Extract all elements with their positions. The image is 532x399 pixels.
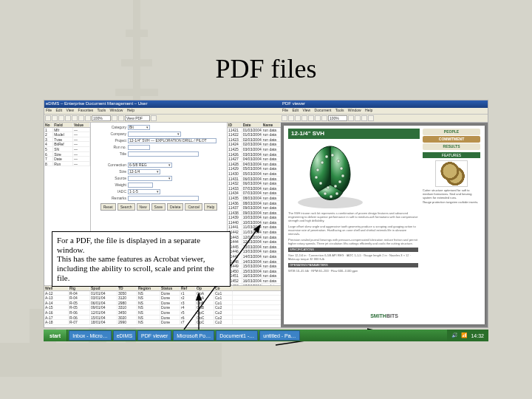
tb-open-icon[interactable] xyxy=(52,115,58,121)
results-grid[interactable]: IDDateName1142101/03/2004run data1142201… xyxy=(227,123,281,285)
tb-new-icon[interactable] xyxy=(45,115,51,121)
menu-item[interactable]: Window xyxy=(110,108,123,112)
remarks-input[interactable] xyxy=(128,196,199,201)
pdf-select-icon[interactable] xyxy=(308,115,314,121)
form-button[interactable]: New xyxy=(137,203,150,211)
pdf-nextpage-icon[interactable] xyxy=(361,115,367,121)
table-row[interactable]: 1145216/03/2004run data xyxy=(228,279,281,284)
table-row[interactable]: 1142402/03/2004run data xyxy=(228,142,281,147)
table-row[interactable]: 1144513/03/2004run data xyxy=(228,245,281,250)
tb-help-icon[interactable] xyxy=(151,115,157,121)
size-select[interactable]: 12-1/4 xyxy=(128,169,160,174)
pdf-print-icon[interactable] xyxy=(295,115,301,121)
table-row[interactable]: 1143910/03/2004run data xyxy=(228,215,281,220)
pdf-hand-icon[interactable] xyxy=(301,115,307,121)
table-row[interactable]: 7Date— xyxy=(44,157,90,162)
table-row[interactable]: 1Mfr— xyxy=(44,128,90,133)
table-row[interactable]: 5SN— xyxy=(44,147,90,152)
menu-item[interactable]: View xyxy=(302,108,310,112)
tb-paste-icon[interactable] xyxy=(85,115,91,121)
table-row[interactable]: 1144714/03/2004run data xyxy=(228,254,281,259)
table-row[interactable]: 1143005/03/2004run data xyxy=(228,171,281,177)
table-row[interactable]: 1143407/03/2004run data xyxy=(228,191,281,196)
form-button[interactable]: Cancel xyxy=(185,203,202,211)
table-row[interactable]: 1142101/03/2004run data xyxy=(228,128,281,133)
pdf-save-icon[interactable] xyxy=(288,115,294,121)
table-row[interactable]: 2Model— xyxy=(44,132,90,137)
table-row[interactable]: 1144412/03/2004run data xyxy=(228,239,281,245)
table-row[interactable]: 8Run— xyxy=(44,162,90,167)
table-row[interactable]: A-15R-0509/01/043310NSDoner4OpBCo2 xyxy=(44,305,281,310)
taskbar-item[interactable]: Document1 -… xyxy=(216,330,258,341)
pdf-zoomout-icon[interactable] xyxy=(321,115,327,121)
table-row[interactable]: 1143809/03/2004run data xyxy=(228,211,281,216)
category-select[interactable]: Bit xyxy=(128,125,150,130)
pdf-titlebar[interactable]: PDF viewer xyxy=(281,100,488,108)
menu-item[interactable]: Tools xyxy=(97,108,106,112)
table-row[interactable]: 1142804/03/2004run data xyxy=(228,162,281,167)
pdf-zoom-field[interactable]: 100% xyxy=(328,115,347,121)
start-button[interactable]: start xyxy=(44,330,67,341)
form-button[interactable]: Reset xyxy=(100,203,116,211)
source-select[interactable] xyxy=(128,176,172,181)
menu-item[interactable]: Edit xyxy=(55,108,62,112)
menu-item[interactable]: Window xyxy=(348,108,361,112)
table-row[interactable]: A-13R-0403/01/043120NSDoner2OpACo1 xyxy=(44,296,281,301)
runno-input[interactable] xyxy=(128,145,150,150)
tb-cut-icon[interactable] xyxy=(72,115,78,121)
company-select[interactable] xyxy=(128,132,181,137)
table-row[interactable]: 1142704/03/2004run data xyxy=(228,157,281,162)
table-row[interactable]: A-12R-0401/01/043050NSDoner1OpACo1 xyxy=(44,291,281,296)
pdf-toolbar[interactable]: 100% xyxy=(281,115,488,123)
menu-item[interactable]: File xyxy=(282,108,288,112)
table-row[interactable]: 1142603/03/2004run data xyxy=(228,152,281,157)
table-row[interactable]: 4BitRef— xyxy=(44,142,90,147)
title-input[interactable] xyxy=(128,151,199,157)
tb-scale-field[interactable]: 100% xyxy=(92,115,111,121)
table-row[interactable]: 1143608/03/2004run data xyxy=(228,201,281,206)
pdf-open-icon[interactable] xyxy=(282,115,287,121)
tb-save-icon[interactable] xyxy=(58,115,64,121)
taskbar-item[interactable]: Microsoft Po… xyxy=(173,330,214,341)
form-button[interactable]: Search xyxy=(117,203,135,211)
table-row[interactable]: 1144010/03/2004run data xyxy=(228,220,281,225)
table-row[interactable]: 1144312/03/2004run data xyxy=(228,235,281,240)
taskbar-item[interactable]: Inbox - Micro… xyxy=(69,330,111,341)
tb-print-icon[interactable] xyxy=(65,115,71,121)
menu-item[interactable]: File xyxy=(46,108,52,112)
table-row[interactable]: 1143508/03/2004run data xyxy=(228,196,281,201)
menu-item[interactable]: Document xyxy=(315,108,332,112)
iadc-select[interactable]: 1-1-5 xyxy=(128,189,160,194)
tb-viewpdf-button[interactable]: View PDF xyxy=(125,115,150,121)
table-row[interactable]: 1143106/03/2004run data xyxy=(228,177,281,182)
taskbar-item[interactable]: PDF viewer xyxy=(137,330,171,341)
table-row[interactable]: A-18R-0718/01/042990NSDoner7OpCCo2 xyxy=(44,320,281,325)
table-row[interactable]: 1144915/03/2004run data xyxy=(228,264,281,269)
table-row[interactable]: 1143206/03/2004run data xyxy=(228,181,281,186)
table-row[interactable]: A-14R-0506/01/042980NSDoner3OpBCo1 xyxy=(44,301,281,306)
connection-select[interactable]: 6-5/8 REG xyxy=(128,163,172,168)
system-tray[interactable]: 🔊 📶 14:32 xyxy=(447,330,488,341)
menu-item[interactable]: Help xyxy=(127,108,134,112)
pdf-viewport[interactable]: 12-1/4" SVH PEOPLE COMMITMENT RESULTS FE… xyxy=(281,123,488,327)
table-row[interactable]: 6Size— xyxy=(44,152,90,157)
table-row[interactable]: 1144814/03/2004run data xyxy=(228,259,281,265)
table-row[interactable]: 1145116/03/2004run data xyxy=(228,273,281,279)
table-row[interactable]: 1142905/03/2004run data xyxy=(228,166,281,171)
tray-volume-icon[interactable]: 🔊 xyxy=(451,332,458,338)
tb-copy-icon[interactable] xyxy=(78,115,84,121)
table-row[interactable]: 1143307/03/2004run data xyxy=(228,186,281,191)
taskbar[interactable]: start Inbox - Micro…eDIMSPDF viewerMicro… xyxy=(44,330,488,341)
tray-network-icon[interactable]: 📶 xyxy=(461,332,468,338)
tb-zoomout-icon[interactable] xyxy=(118,115,124,121)
app-toolbar[interactable]: 100% View PDF xyxy=(44,115,281,123)
table-row[interactable]: A-16R-0612/01/043450NSDoner5OpCCo2 xyxy=(44,310,281,316)
table-row[interactable]: 1144613/03/2004run data xyxy=(228,249,281,254)
tray-clock[interactable]: 14:32 xyxy=(471,333,484,338)
form-button[interactable]: Save xyxy=(151,203,166,211)
pdf-zoomin-icon[interactable] xyxy=(315,115,321,121)
table-row[interactable]: A-17R-0615/01/043020NSDoner6OpCCo2 xyxy=(44,316,281,321)
pdf-prevpage-icon[interactable] xyxy=(355,115,361,121)
table-row[interactable]: 1143709/03/2004run data xyxy=(228,205,281,211)
pdf-firstpage-icon[interactable] xyxy=(348,115,354,121)
